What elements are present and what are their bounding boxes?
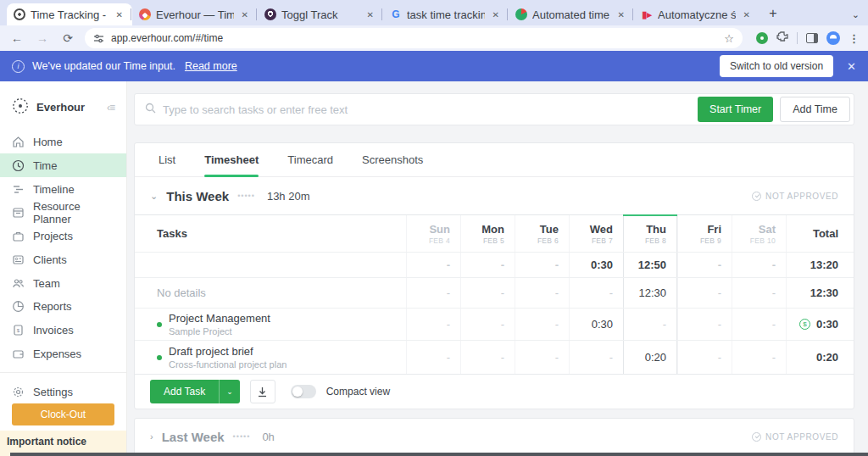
time-cell[interactable]: - xyxy=(569,341,623,374)
compact-view-toggle[interactable] xyxy=(291,385,316,398)
browser-tab-everhour-app[interactable]: Time Tracking - Everhour ✕ xyxy=(7,3,132,25)
chevron-down-icon[interactable]: ⌄ xyxy=(150,191,158,202)
tab-close-icon[interactable]: ✕ xyxy=(364,9,376,20)
banner-close-icon[interactable]: ✕ xyxy=(847,60,856,73)
time-cell[interactable]: - xyxy=(515,341,569,374)
browser-menu-icon[interactable]: ⋮ xyxy=(849,32,860,45)
tab-search-caret-icon[interactable]: ⌄ xyxy=(852,9,860,20)
row-title[interactable]: Draft project brief xyxy=(169,345,287,358)
reload-icon[interactable]: ⟳ xyxy=(59,31,76,45)
clock-out-button[interactable]: Clock-Out xyxy=(12,403,114,425)
day-header-tue[interactable]: TueFEB 6 xyxy=(515,215,569,252)
sidebar-item-projects[interactable]: Projects xyxy=(0,225,126,248)
sidebar-item-home[interactable]: Home xyxy=(0,131,126,154)
tab-list[interactable]: List xyxy=(159,143,175,176)
status-label: NOT APPROVED xyxy=(765,192,838,201)
add-task-caret-icon[interactable]: ⌄ xyxy=(219,380,240,403)
add-time-button[interactable]: Add Time xyxy=(780,97,850,122)
day-header-fri[interactable]: FriFEB 9 xyxy=(677,215,732,252)
browser-tab-everhour-site[interactable]: Everhour — Time Tracking ✕ xyxy=(132,3,258,25)
last-week-card[interactable]: › Last Week ••••• 0h NOT APPROVED xyxy=(134,418,854,455)
tab-close-icon[interactable]: ✕ xyxy=(490,9,502,20)
sidebar-item-invoices[interactable]: $ Invoices xyxy=(0,319,126,342)
chevron-right-icon[interactable]: › xyxy=(150,431,153,442)
time-cell[interactable]: - xyxy=(460,253,515,277)
time-cell[interactable]: 0:20 xyxy=(623,341,677,374)
sidebar-collapse-icon[interactable]: ‹≡ xyxy=(107,102,114,114)
search-input[interactable] xyxy=(163,103,698,116)
time-cell[interactable]: - xyxy=(460,341,515,374)
time-cell[interactable]: - xyxy=(732,253,786,277)
switch-old-version-button[interactable]: Switch to old version xyxy=(720,55,833,77)
bookmark-star-icon[interactable]: ☆ xyxy=(724,32,734,45)
sidebar-item-resource-planner[interactable]: Resource Planner xyxy=(0,201,126,225)
back-icon[interactable]: ← xyxy=(8,31,25,45)
browser-tab-toggl[interactable]: Toggl Track ✕ xyxy=(258,3,383,25)
sidebar-item-expenses[interactable]: Expenses xyxy=(0,342,126,366)
export-button[interactable] xyxy=(250,380,275,403)
day-header-thu-today[interactable]: ThuFEB 8 xyxy=(623,215,677,252)
day-header-wed[interactable]: WedFEB 7 xyxy=(569,215,623,252)
last-week-menu-icon[interactable]: ••••• xyxy=(233,432,251,441)
time-cell[interactable]: - xyxy=(406,309,460,340)
timer-extension-icon[interactable] xyxy=(756,32,768,44)
read-more-link[interactable]: Read more xyxy=(185,60,237,72)
time-cell[interactable]: - xyxy=(515,278,569,308)
sidebar-item-time[interactable]: Time xyxy=(0,153,126,177)
browser-tab-tracker[interactable]: Automated time tracker s ✕ xyxy=(509,3,634,25)
time-cell[interactable]: 0:30 xyxy=(569,309,623,340)
address-bar[interactable]: app.everhour.com/#/time ☆ xyxy=(85,28,743,48)
time-cell[interactable]: - xyxy=(515,309,569,340)
tab-screenshots[interactable]: Screenshots xyxy=(362,143,423,176)
time-cell[interactable]: - xyxy=(732,341,786,374)
time-cell[interactable]: - xyxy=(460,278,515,308)
table-row-project-management[interactable]: Project Management Sample Project - - - … xyxy=(135,309,854,341)
day-header-sat[interactable]: SatFEB 10 xyxy=(732,215,786,252)
start-timer-button[interactable]: Start Timer xyxy=(698,97,773,122)
browser-tab-timecamp[interactable]: ▮▸ Automatyczne śledzenie ✕ xyxy=(634,3,760,25)
time-cell[interactable]: - xyxy=(406,341,460,374)
sidebar-item-settings[interactable]: Settings xyxy=(0,380,126,403)
time-cell[interactable]: 12:50 xyxy=(623,253,677,277)
row-title[interactable]: Project Management xyxy=(169,312,270,325)
tab-close-icon[interactable]: ✕ xyxy=(114,9,125,20)
tab-close-icon[interactable]: ✕ xyxy=(239,9,251,20)
sidebar-item-team[interactable]: Team xyxy=(0,271,126,295)
time-cell[interactable]: - xyxy=(623,309,677,340)
forward-icon[interactable]: → xyxy=(34,31,51,45)
site-settings-icon[interactable] xyxy=(93,33,104,44)
profile-avatar[interactable] xyxy=(826,31,840,45)
time-cell[interactable]: 0:30 xyxy=(569,253,623,277)
tab-close-icon[interactable]: ✕ xyxy=(741,9,753,20)
sidebar-item-timeline[interactable]: Timeline xyxy=(0,177,126,201)
time-cell[interactable]: - xyxy=(515,253,569,277)
sidebar-item-reports[interactable]: Reports xyxy=(0,295,126,319)
extensions-puzzle-icon[interactable] xyxy=(776,31,788,46)
table-row-draft-project-brief[interactable]: Draft project brief Cross-functional pro… xyxy=(135,341,854,375)
time-cell[interactable]: - xyxy=(406,278,460,308)
time-cell[interactable]: - xyxy=(569,278,623,308)
tab-close-icon[interactable]: ✕ xyxy=(615,9,627,20)
time-cell[interactable]: - xyxy=(677,309,732,340)
brand-row: Everhour ‹≡ xyxy=(0,95,126,120)
add-task-button[interactable]: Add Task xyxy=(150,380,219,403)
time-cell[interactable]: 12:30 xyxy=(623,278,677,308)
tab-timecard[interactable]: Timecard xyxy=(287,143,333,176)
week-menu-icon[interactable]: ••••• xyxy=(237,192,255,200)
browser-tab-search[interactable]: G task time tracking – Szuk ✕ xyxy=(383,3,509,25)
time-cell[interactable]: - xyxy=(677,278,732,308)
time-cell[interactable]: - xyxy=(677,253,732,277)
day-header-mon[interactable]: MonFEB 5 xyxy=(460,215,515,252)
time-cell[interactable]: - xyxy=(460,309,515,340)
table-row-no-details[interactable]: No details - - - - 12:30 - - 12:30 xyxy=(135,278,854,309)
time-cell[interactable]: - xyxy=(406,253,460,277)
tab-timesheet[interactable]: Timesheet xyxy=(204,143,259,176)
time-cell[interactable]: - xyxy=(677,341,732,374)
new-tab-button[interactable]: + xyxy=(763,3,783,24)
side-panel-icon[interactable] xyxy=(806,33,818,43)
url-text[interactable]: app.everhour.com/#/time xyxy=(111,32,717,44)
day-header-sun[interactable]: SunFEB 4 xyxy=(406,215,460,252)
time-cell[interactable]: - xyxy=(732,278,786,308)
time-cell[interactable]: - xyxy=(732,309,786,340)
sidebar-item-clients[interactable]: Clients xyxy=(0,248,126,272)
